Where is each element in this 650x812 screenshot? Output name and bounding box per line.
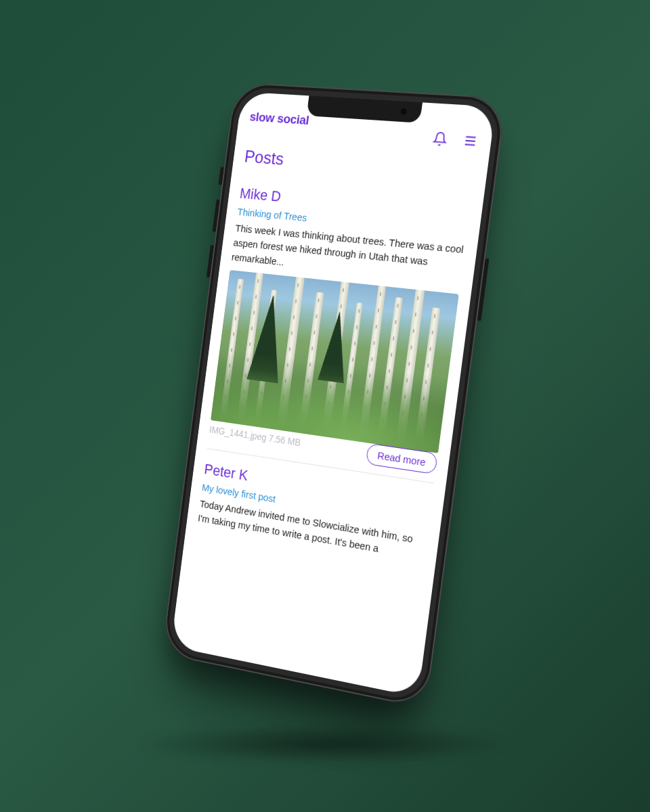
- svg-line-2: [465, 144, 475, 145]
- app-header: slow social: [248, 106, 482, 143]
- read-more-button[interactable]: Read more: [365, 443, 437, 475]
- phone-shadow: [135, 724, 515, 765]
- phone-mockup: slow social Posts Mike: [162, 82, 506, 708]
- menu-icon[interactable]: [460, 131, 480, 150]
- post-item: Mike D Thinking of Trees This week I was…: [208, 185, 471, 474]
- page-title: Posts: [243, 146, 476, 185]
- svg-line-1: [466, 141, 475, 141]
- brand-title: slow social: [249, 110, 310, 128]
- svg-line-0: [466, 137, 475, 137]
- post-item: Peter K My lovely first post Today Andre…: [197, 461, 432, 564]
- image-meta: IMG_1441.jpeg 7.56 MB: [209, 424, 437, 468]
- bell-icon[interactable]: [431, 129, 450, 148]
